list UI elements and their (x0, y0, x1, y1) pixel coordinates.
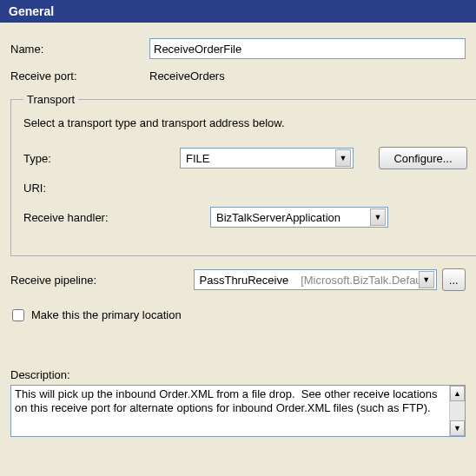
pipeline-ellipsis-button[interactable]: ... (442, 268, 466, 291)
receive-port-label: Receive port: (10, 69, 149, 83)
primary-location-label: Make this the primary location (31, 308, 182, 321)
name-input[interactable] (149, 38, 466, 59)
type-label: Type: (23, 152, 180, 165)
chevron-down-icon[interactable]: ▼ (419, 271, 434, 288)
pipeline-select[interactable]: PassThruReceive [Microsoft.BizTalk.Defau… (194, 269, 437, 290)
header-title: General (9, 4, 54, 18)
pipeline-detail: [Microsoft.BizTalk.Defau (301, 274, 419, 287)
uri-label: URI: (23, 182, 180, 195)
description-label: Description: (10, 368, 466, 381)
type-select[interactable]: FILE ▼ (180, 148, 354, 169)
handler-select-value: BizTalkServerApplication (216, 211, 340, 224)
pipeline-row: Receive pipeline: PassThruReceive [Micro… (10, 268, 466, 291)
type-row: Type: FILE ▼ Configure... (23, 147, 475, 169)
transport-instruction: Select a transport type and transport ad… (23, 116, 475, 129)
primary-location-checkbox[interactable] (12, 309, 24, 321)
description-box: ▲ ▼ (10, 385, 466, 437)
name-label: Name: (10, 43, 149, 56)
description-scrollbar[interactable]: ▲ ▼ (449, 386, 465, 436)
uri-row: URI: (23, 182, 475, 195)
receive-port-value: ReceiveOrders (149, 68, 466, 84)
name-row: Name: (10, 38, 466, 59)
handler-row: Receive handler: BizTalkServerApplicatio… (23, 207, 475, 228)
general-panel: Name: Receive port: ReceiveOrders Transp… (0, 23, 476, 440)
description-textarea[interactable] (11, 386, 449, 436)
chevron-down-icon[interactable]: ▼ (370, 208, 386, 226)
scroll-up-icon[interactable]: ▲ (450, 386, 465, 401)
header-bar: General (0, 0, 476, 23)
scroll-down-icon[interactable]: ▼ (450, 420, 465, 436)
handler-label: Receive handler: (23, 211, 180, 224)
receive-port-row: Receive port: ReceiveOrders (10, 68, 466, 84)
handler-select[interactable]: BizTalkServerApplication ▼ (210, 207, 388, 228)
primary-location-row: Make this the primary location (10, 308, 466, 321)
pipeline-value: PassThruReceive (200, 274, 289, 287)
pipeline-label: Receive pipeline: (10, 274, 194, 287)
type-select-value: FILE (186, 152, 209, 165)
transport-legend: Transport (23, 93, 78, 106)
chevron-down-icon[interactable]: ▼ (335, 149, 351, 167)
configure-button[interactable]: Configure... (379, 147, 466, 169)
transport-group: Transport Select a transport type and tr… (10, 93, 476, 256)
